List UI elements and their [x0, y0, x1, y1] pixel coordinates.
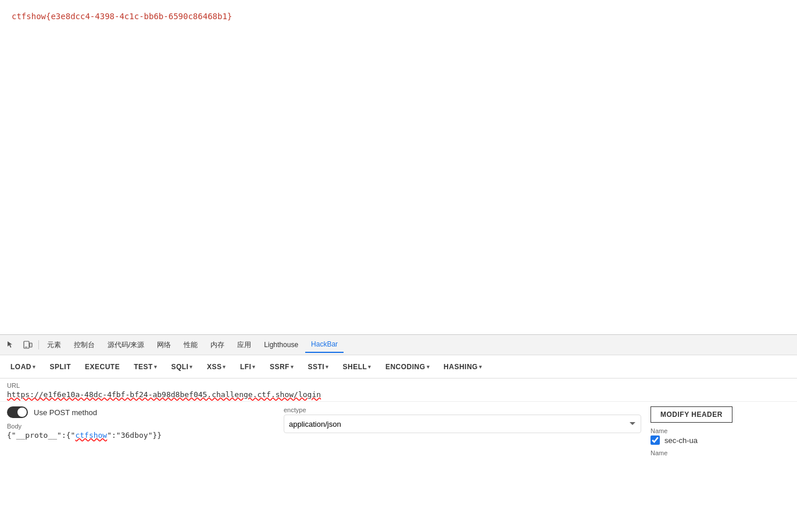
- execute-button[interactable]: EXECUTE: [79, 359, 126, 375]
- test-button[interactable]: TEST ▾: [128, 359, 163, 375]
- devtools-tabs-bar: 元素 控制台 源代码/来源 网络 性能 内存 应用 Lighthouse Hac…: [0, 335, 797, 355]
- shell-button[interactable]: SHELL ▾: [337, 359, 377, 375]
- modify-header-button[interactable]: MODIFY HEADER: [651, 406, 732, 423]
- device-toggle-icon[interactable]: [20, 337, 36, 353]
- ssti-button[interactable]: SSTI ▾: [302, 359, 334, 375]
- lfi-arrow-icon: ▾: [252, 364, 256, 370]
- tab-performance[interactable]: 性能: [178, 337, 203, 353]
- ssrf-button[interactable]: SSRF ▾: [264, 359, 300, 375]
- load-button[interactable]: LOAD ▾: [5, 359, 42, 375]
- body-value[interactable]: {"__proto__":{"ctfshow":"36dboy"}}: [7, 431, 274, 440]
- shell-arrow-icon: ▾: [368, 364, 371, 370]
- tab-console[interactable]: 控制台: [68, 337, 101, 353]
- header-name-section: Name sec-ch-ua: [651, 427, 790, 445]
- encoding-arrow-icon: ▾: [427, 364, 430, 370]
- inspect-element-icon[interactable]: [2, 337, 19, 353]
- hackbar-bottom: Use POST method Body {"__proto__":{"ctfs…: [0, 402, 797, 532]
- body-highlight: ctfshow: [75, 431, 107, 440]
- right-section: MODIFY HEADER Name sec-ch-ua Name: [651, 406, 790, 527]
- browser-content: ctfshow{e3e8dcc4-4398-4c1c-bb6b-6590c864…: [0, 0, 797, 337]
- header-checkbox[interactable]: [651, 435, 660, 445]
- body-section: Body {"__proto__":{"ctfshow":"36dboy"}}: [7, 423, 274, 440]
- url-section: URL https://e1f6e10a-48dc-4fbf-bf24-ab98…: [0, 379, 797, 402]
- tab-application[interactable]: 应用: [231, 337, 257, 353]
- svg-rect-1: [30, 343, 32, 347]
- url-value[interactable]: https://e1f6e10a-48dc-4fbf-bf24-ab98d8be…: [7, 390, 790, 399]
- sqli-button[interactable]: SQLI ▾: [165, 359, 199, 375]
- body-prefix: {"__proto__":{": [7, 431, 75, 440]
- body-suffix: ":"36dboy"}}: [107, 431, 162, 440]
- tab-memory[interactable]: 内存: [205, 337, 230, 353]
- post-method-toggle[interactable]: [7, 406, 28, 418]
- encoding-button[interactable]: ENCODING ▾: [380, 359, 435, 375]
- hashing-arrow-icon: ▾: [479, 364, 483, 370]
- devtools-panel: 元素 控制台 源代码/来源 网络 性能 内存 应用 Lighthouse Hac…: [0, 334, 797, 532]
- xss-button[interactable]: XSS ▾: [201, 359, 232, 375]
- hackbar-toolbar: LOAD ▾ SPLIT EXECUTE TEST ▾ SQLI ▾ XSS ▾: [0, 355, 797, 379]
- hashing-button[interactable]: HASHING ▾: [438, 359, 488, 375]
- load-arrow-icon: ▾: [33, 364, 36, 370]
- lfi-button[interactable]: LFI ▾: [234, 359, 262, 375]
- header-name-section-2: Name: [651, 449, 790, 458]
- body-label: Body: [7, 423, 274, 430]
- flag-text: ctfshow{e3e8dcc4-4398-4c1c-bb6b-6590c864…: [12, 12, 232, 21]
- tab-separator: [38, 340, 39, 349]
- middle-section: enctype application/json application/x-w…: [284, 406, 641, 527]
- enctype-label: enctype: [284, 406, 641, 413]
- header-name-label-2: Name: [651, 449, 790, 456]
- url-label: URL: [7, 382, 790, 389]
- header-name-value: sec-ch-ua: [664, 436, 698, 445]
- ssrf-arrow-icon: ▾: [291, 364, 294, 370]
- xss-arrow-icon: ▾: [223, 364, 226, 370]
- left-section: Use POST method Body {"__proto__":{"ctfs…: [7, 406, 274, 527]
- test-arrow-icon: ▾: [154, 364, 158, 370]
- post-toggle-row: Use POST method: [7, 406, 274, 418]
- tab-sources[interactable]: 源代码/来源: [102, 337, 150, 353]
- enctype-select[interactable]: application/json application/x-www-form-…: [284, 415, 641, 433]
- header-name-row: sec-ch-ua: [651, 435, 790, 445]
- tab-hackbar[interactable]: HackBar: [305, 337, 344, 353]
- sqli-arrow-icon: ▾: [190, 364, 193, 370]
- post-method-label: Use POST method: [34, 408, 97, 417]
- tab-lighthouse[interactable]: Lighthouse: [258, 337, 304, 353]
- header-name-label: Name: [651, 427, 790, 434]
- ssti-arrow-icon: ▾: [326, 364, 329, 370]
- tab-network[interactable]: 网络: [151, 337, 177, 353]
- enctype-section: enctype application/json application/x-w…: [284, 406, 641, 433]
- split-button[interactable]: SPLIT: [44, 359, 77, 375]
- tab-elements[interactable]: 元素: [41, 337, 67, 353]
